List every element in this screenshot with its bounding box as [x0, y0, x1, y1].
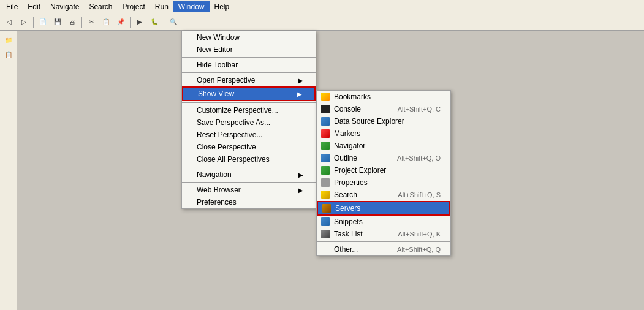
toolbar-cut[interactable]: ✂ — [85, 15, 98, 29]
console-icon — [320, 104, 330, 114]
menu-bar: File Edit Navigate Search Project Run Wi… — [0, 0, 644, 13]
show-view-arrow: ▶ — [297, 91, 302, 97]
submenu-item-outline[interactable]: Outline Alt+Shift+Q, O — [317, 152, 450, 164]
sidebar: 📁 📋 — [0, 31, 17, 310]
menu-item-close-perspective[interactable]: Close Perspective — [182, 141, 316, 153]
submenu-item-task-list[interactable]: Task List Alt+Shift+Q, K — [317, 228, 450, 240]
menu-item-hide-toolbar[interactable]: Hide Toolbar — [182, 59, 316, 71]
datasource-icon — [320, 116, 330, 126]
toolbar-copy[interactable]: 📋 — [99, 15, 113, 29]
menu-sep-3 — [182, 102, 316, 103]
menu-run[interactable]: Run — [150, 1, 173, 12]
navigation-arrow: ▶ — [298, 172, 303, 178]
menu-file[interactable]: File — [1, 1, 23, 12]
menu-item-new-window[interactable]: New Window — [182, 31, 316, 43]
servers-icon — [322, 203, 331, 213]
submenu-item-console[interactable]: Console Alt+Shift+Q, C — [317, 103, 450, 115]
menu-item-open-perspective[interactable]: Open Perspective ▶ — [182, 74, 316, 86]
menu-sep-2 — [182, 72, 316, 73]
toolbar-save[interactable]: 💾 — [51, 15, 64, 29]
menu-project[interactable]: Project — [117, 1, 150, 12]
console-shortcut: Alt+Shift+Q, C — [398, 105, 441, 113]
snippets-icon — [320, 217, 330, 227]
task-list-shortcut: Alt+Shift+Q, K — [398, 230, 441, 238]
outline-icon — [320, 153, 330, 163]
toolbar-sep-1 — [33, 17, 34, 28]
submenu-item-project-explorer[interactable]: Project Explorer — [317, 164, 450, 176]
submenu-item-properties[interactable]: Properties — [317, 176, 450, 189]
menu-sep-1 — [182, 57, 316, 58]
search-shortcut: Alt+Shift+Q, S — [398, 191, 441, 198]
toolbar-back[interactable]: ◁ — [2, 15, 16, 29]
task-list-icon — [320, 229, 330, 239]
menu-item-reset-perspective[interactable]: Reset Perspective... — [182, 129, 316, 141]
menu-navigate[interactable]: Navigate — [45, 1, 84, 12]
submenu-item-snippets[interactable]: Snippets — [317, 216, 450, 228]
content-area: New Window New Editor Hide Toolbar Open … — [17, 31, 644, 310]
menu-edit[interactable]: Edit — [23, 1, 45, 12]
menu-item-web-browser[interactable]: Web Browser ▶ — [182, 184, 316, 196]
menu-item-customize-perspective[interactable]: Customize Perspective... — [182, 104, 316, 116]
show-view-submenu: Bookmarks Console Alt+Shift+Q, C Data So… — [316, 90, 451, 256]
bookmarks-icon — [320, 92, 330, 102]
web-browser-arrow: ▶ — [298, 187, 303, 194]
submenu-item-bookmarks[interactable]: Bookmarks — [317, 91, 450, 103]
submenu-item-navigator[interactable]: Navigator — [317, 140, 450, 152]
menu-item-show-view[interactable]: Show View ▶ — [182, 86, 316, 101]
submenu-item-datasource[interactable]: Data Source Explorer — [317, 115, 450, 127]
markers-icon — [320, 129, 330, 138]
menu-sep-4 — [182, 167, 316, 167]
sidebar-btn-2[interactable]: 📋 — [2, 48, 15, 61]
menu-sep-5 — [182, 182, 316, 183]
navigator-icon — [320, 141, 330, 151]
main-area: 📁 📋 New Window New Editor Hide Toolbar O… — [0, 31, 644, 310]
menu-item-save-perspective[interactable]: Save Perspective As... — [182, 116, 316, 129]
outline-shortcut: Alt+Shift+Q, O — [397, 154, 441, 162]
open-perspective-arrow: ▶ — [298, 77, 303, 84]
menu-window[interactable]: Window — [173, 1, 210, 12]
toolbar-search[interactable]: 🔍 — [167, 15, 180, 29]
toolbar-run[interactable]: ▶ — [133, 15, 146, 29]
sidebar-btn-1[interactable]: 📁 — [2, 33, 15, 47]
project-explorer-icon — [320, 165, 330, 175]
toolbar: ◁ ▷ 📄 💾 🖨 ✂ 📋 📌 ▶ 🐛 🔍 — [0, 13, 644, 31]
menu-search[interactable]: Search — [84, 1, 117, 12]
menu-item-navigation[interactable]: Navigation ▶ — [182, 168, 316, 181]
menu-item-close-all-perspectives[interactable]: Close All Perspectives — [182, 153, 316, 165]
toolbar-sep-3 — [130, 17, 131, 28]
submenu-item-search[interactable]: Search Alt+Shift+Q, S — [317, 189, 450, 201]
toolbar-forward[interactable]: ▷ — [17, 15, 31, 29]
submenu-item-other[interactable]: Other... Alt+Shift+Q, Q — [317, 243, 450, 255]
menu-help[interactable]: Help — [210, 1, 235, 12]
properties-icon — [320, 178, 330, 187]
toolbar-debug[interactable]: 🐛 — [148, 15, 161, 29]
submenu-item-markers[interactable]: Markers — [317, 127, 450, 140]
window-menu-popup: New Window New Editor Hide Toolbar Open … — [181, 31, 316, 209]
submenu-sep-1 — [317, 241, 450, 242]
toolbar-sep-2 — [81, 17, 82, 28]
submenu-item-servers[interactable]: Servers — [317, 201, 450, 216]
other-shortcut: Alt+Shift+Q, Q — [397, 246, 441, 253]
menu-item-preferences[interactable]: Preferences — [182, 196, 316, 208]
search-icon — [320, 190, 330, 200]
toolbar-sep-4 — [164, 17, 164, 28]
other-icon — [320, 244, 330, 254]
toolbar-print[interactable]: 🖨 — [66, 15, 79, 29]
toolbar-paste[interactable]: 📌 — [114, 15, 127, 29]
menu-item-new-editor[interactable]: New Editor — [182, 43, 316, 56]
toolbar-new[interactable]: 📄 — [36, 15, 50, 29]
